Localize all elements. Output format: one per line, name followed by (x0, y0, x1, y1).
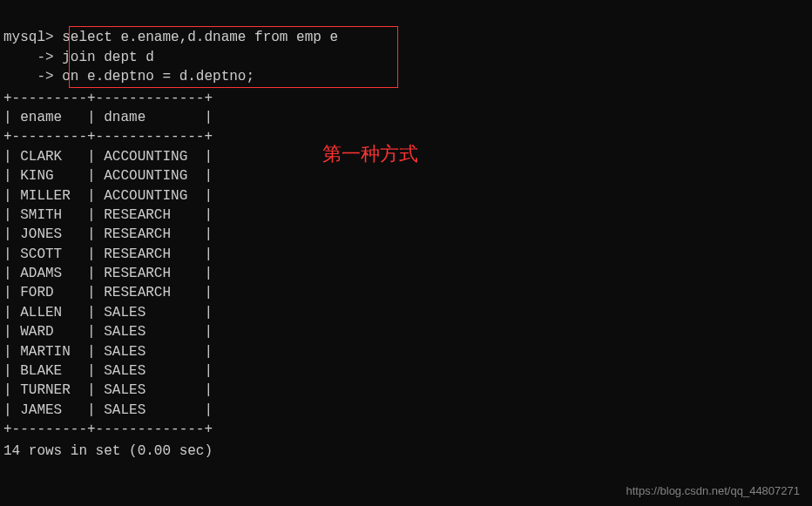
top-fragment (3, 3, 809, 23)
sql-text-3: on e.deptno = d.deptno; (62, 69, 254, 84)
sql-text-2: join dept d (62, 50, 154, 65)
watermark: https://blog.csdn.net/qq_44807271 (626, 484, 801, 497)
sql-line-1: mysql> select e.ename,d.dname from emp e (3, 28, 809, 47)
mysql-prompt: mysql> (3, 30, 54, 45)
continuation-prompt: -> (3, 50, 54, 65)
sql-query-block: mysql> select e.ename,d.dname from emp e… (3, 28, 809, 86)
annotation-label: 第一种方式 (322, 141, 418, 167)
sql-line-3: -> on e.deptno = d.deptno; (3, 67, 809, 86)
result-footer: 14 rows in set (0.00 sec) (3, 442, 809, 461)
terminal-output: mysql> select e.ename,d.dname from emp e… (0, 0, 812, 464)
continuation-prompt: -> (3, 69, 54, 84)
sql-line-2: -> join dept d (3, 48, 809, 67)
sql-text-1: select e.ename,d.dname from emp e (62, 30, 338, 45)
